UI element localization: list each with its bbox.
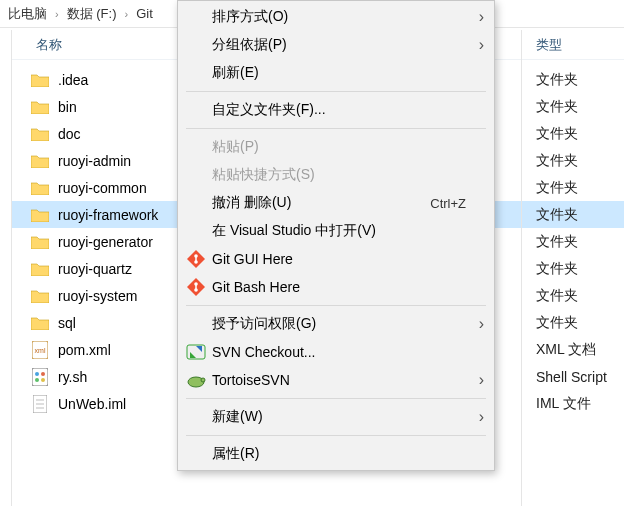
type-label: 文件夹 — [536, 206, 578, 224]
file-name: pom.xml — [58, 342, 111, 358]
menu-item[interactable]: TortoiseSVN› — [178, 366, 494, 394]
menu-item-label: 刷新(E) — [208, 64, 468, 82]
chevron-right-icon: › — [468, 315, 484, 333]
chevron-right-icon: › — [468, 8, 484, 26]
blank-icon — [184, 7, 208, 27]
file-name: UnWeb.iml — [58, 396, 126, 412]
menu-item[interactable]: SVN Checkout... — [178, 338, 494, 366]
menu-item-label: 自定义文件夹(F)... — [208, 101, 468, 119]
blank-icon — [184, 444, 208, 464]
folder-icon — [30, 98, 50, 116]
type-cell: 文件夹 — [522, 282, 624, 309]
menu-item-label: 撤消 删除(U) — [208, 194, 430, 212]
chevron-right-icon: › — [468, 371, 484, 389]
chevron-right-icon: › — [468, 408, 484, 426]
type-label: 文件夹 — [536, 287, 578, 305]
menu-item[interactable]: 自定义文件夹(F)... — [178, 96, 494, 124]
menu-item[interactable]: 授予访问权限(G)› — [178, 310, 494, 338]
type-cell: 文件夹 — [522, 147, 624, 174]
left-gutter — [0, 30, 12, 506]
menu-item-label: 授予访问权限(G) — [208, 315, 468, 333]
menu-item-label: 分组依据(P) — [208, 36, 468, 54]
menu-item-label: SVN Checkout... — [208, 344, 468, 360]
type-label: 文件夹 — [536, 260, 578, 278]
chevron-right-icon: › — [121, 8, 133, 20]
type-label: 文件夹 — [536, 98, 578, 116]
type-column: 类型 文件夹文件夹文件夹文件夹文件夹文件夹文件夹文件夹文件夹文件夹XML 文档S… — [522, 30, 624, 506]
context-menu[interactable]: 排序方式(O)›分组依据(P)›刷新(E)自定义文件夹(F)...粘贴(P)粘贴… — [177, 0, 495, 471]
menu-item[interactable]: 排序方式(O)› — [178, 3, 494, 31]
menu-item-label: 粘贴(P) — [208, 138, 468, 156]
column-header-label: 名称 — [36, 36, 62, 54]
menu-separator — [186, 91, 486, 92]
type-cell: 文件夹 — [522, 309, 624, 336]
menu-item[interactable]: 在 Visual Studio 中打开(V) — [178, 217, 494, 245]
file-name: ruoyi-common — [58, 180, 147, 196]
column-header-type[interactable]: 类型 — [522, 30, 624, 60]
blank-icon — [184, 193, 208, 213]
menu-item-label: 新建(W) — [208, 408, 468, 426]
menu-item-label: 粘贴快捷方式(S) — [208, 166, 468, 184]
menu-item[interactable]: 刷新(E) — [178, 59, 494, 87]
type-label: 文件夹 — [536, 179, 578, 197]
menu-item: 粘贴(P) — [178, 133, 494, 161]
breadcrumb-item[interactable]: 数据 (F:) — [63, 5, 121, 23]
menu-separator — [186, 305, 486, 306]
menu-item-label: Git GUI Here — [208, 251, 468, 267]
menu-item-label: Git Bash Here — [208, 279, 468, 295]
menu-separator — [186, 435, 486, 436]
type-cell: XML 文档 — [522, 336, 624, 363]
type-label: 文件夹 — [536, 125, 578, 143]
breadcrumb-item[interactable]: 比电脑 — [4, 5, 51, 23]
type-label: XML 文档 — [536, 341, 596, 359]
type-label: 文件夹 — [536, 152, 578, 170]
menu-separator — [186, 398, 486, 399]
type-label: 文件夹 — [536, 233, 578, 251]
file-name: ruoyi-framework — [58, 207, 158, 223]
menu-item[interactable]: 撤消 删除(U)Ctrl+Z — [178, 189, 494, 217]
menu-item[interactable]: Git Bash Here — [178, 273, 494, 301]
menu-item: 粘贴快捷方式(S) — [178, 161, 494, 189]
type-cell: Shell Script — [522, 363, 624, 390]
file-name: bin — [58, 99, 77, 115]
folder-icon — [30, 233, 50, 251]
sh-icon — [30, 368, 50, 386]
file-name: ruoyi-system — [58, 288, 137, 304]
blank-icon — [184, 100, 208, 120]
type-cell: 文件夹 — [522, 228, 624, 255]
file-name: ruoyi-generator — [58, 234, 153, 250]
menu-item[interactable]: Git GUI Here — [178, 245, 494, 273]
type-label: Shell Script — [536, 369, 607, 385]
type-cell: 文件夹 — [522, 174, 624, 201]
folder-icon — [30, 71, 50, 89]
type-list: 文件夹文件夹文件夹文件夹文件夹文件夹文件夹文件夹文件夹文件夹XML 文档Shel… — [522, 60, 624, 417]
blank-icon — [184, 221, 208, 241]
type-cell: IML 文件 — [522, 390, 624, 417]
blank-icon — [184, 407, 208, 427]
menu-item-label: 在 Visual Studio 中打开(V) — [208, 222, 468, 240]
xml-icon — [30, 341, 50, 359]
type-cell: 文件夹 — [522, 255, 624, 282]
folder-icon — [30, 179, 50, 197]
blank-icon — [184, 137, 208, 157]
file-icon — [30, 395, 50, 413]
menu-item[interactable]: 属性(R) — [178, 440, 494, 468]
type-cell: 文件夹 — [522, 66, 624, 93]
breadcrumb-item[interactable]: Git — [132, 6, 157, 21]
type-cell: 文件夹 — [522, 120, 624, 147]
menu-item-label: 排序方式(O) — [208, 8, 468, 26]
file-name: ry.sh — [58, 369, 87, 385]
menu-item-label: TortoiseSVN — [208, 372, 468, 388]
blank-icon — [184, 63, 208, 83]
file-name: ruoyi-quartz — [58, 261, 132, 277]
menu-item[interactable]: 新建(W)› — [178, 403, 494, 431]
git-icon — [184, 277, 208, 297]
folder-icon — [30, 287, 50, 305]
menu-item-label: 属性(R) — [208, 445, 468, 463]
menu-item[interactable]: 分组依据(P)› — [178, 31, 494, 59]
type-label: IML 文件 — [536, 395, 591, 413]
type-label: 文件夹 — [536, 71, 578, 89]
tortoise-icon — [184, 370, 208, 390]
type-cell: 文件夹 — [522, 93, 624, 120]
menu-shortcut: Ctrl+Z — [430, 196, 468, 211]
